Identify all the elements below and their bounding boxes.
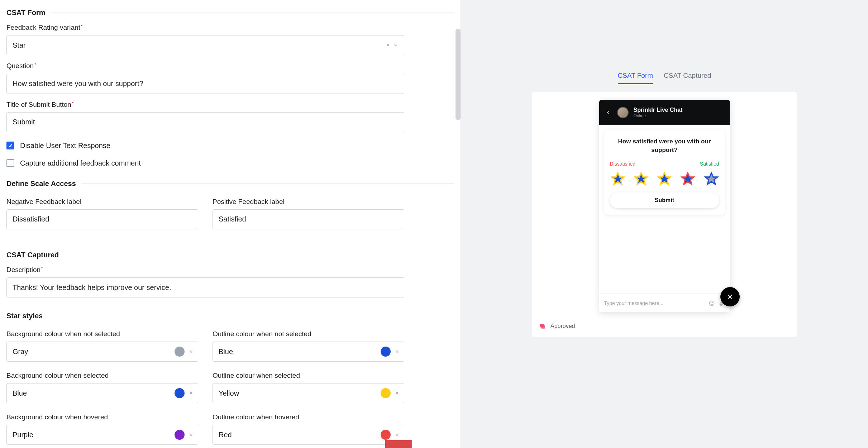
tab-csat-captured[interactable]: CSAT Captured	[664, 72, 711, 84]
color-name: Blue	[13, 389, 27, 397]
input-neg-feedback[interactable]: Dissatisfied	[6, 209, 198, 229]
color-name: Blue	[219, 348, 233, 356]
close-chat-button[interactable]	[720, 287, 740, 306]
label-neg-feedback: Negative Feedback label	[6, 198, 198, 206]
preview-card: Sprinklr Live Chat Online How satisfied …	[532, 92, 797, 337]
section-star-styles: Star styles	[6, 312, 454, 320]
label-bg-hovered: Background colour when hovered	[6, 413, 198, 421]
swatch	[381, 430, 391, 440]
svg-rect-11	[541, 325, 545, 329]
label-submit-title: Title of Submit Button•	[6, 100, 454, 109]
section-title: Star styles	[6, 312, 43, 320]
checkbox-icon[interactable]	[6, 142, 14, 149]
label-pos-feedback: Positive Feedback label	[213, 198, 404, 206]
label-outline-hovered: Outline colour when hovered	[213, 413, 404, 421]
approved-row: Approved	[532, 316, 797, 330]
section-title: CSAT Form	[6, 9, 46, 17]
scrollbar[interactable]	[456, 29, 461, 120]
chat-widget: Sprinklr Live Chat Online How satisfied …	[599, 100, 730, 312]
input-pos-feedback[interactable]: Satisfied	[213, 209, 404, 229]
csat-submit-button[interactable]: Submit	[610, 192, 719, 208]
star-1[interactable]	[611, 172, 625, 186]
clear-icon[interactable]: ×	[189, 431, 193, 439]
color-outline-selected[interactable]: Yellow ×	[213, 383, 404, 403]
clear-icon[interactable]: ×	[189, 348, 193, 356]
chat-header: Sprinklr Live Chat Online	[599, 100, 730, 125]
checkbox-capture-extra[interactable]: Capture additional feedback comment	[6, 159, 454, 167]
star-4[interactable]	[681, 172, 695, 186]
color-name: Gray	[13, 348, 28, 356]
star-5[interactable]	[704, 172, 719, 186]
chevron-down-icon[interactable]	[393, 43, 398, 48]
star-3[interactable]	[657, 172, 672, 186]
chat-input-placeholder: Type your message here...	[604, 300, 705, 306]
checkbox-disable-text[interactable]: Disable User Text Response	[6, 142, 454, 150]
svg-marker-0	[612, 173, 624, 184]
input-value: Satisfied	[219, 215, 246, 223]
clear-icon[interactable]: ×	[395, 390, 399, 397]
label-feedback-variant: Feedback Rating variant•	[6, 23, 454, 32]
csat-pos-label: Satisfied	[700, 161, 719, 167]
color-outline-hovered[interactable]: Red ×	[213, 425, 404, 445]
star-row	[610, 172, 719, 186]
label-outline-selected: Outline colour when selected	[213, 372, 404, 380]
csat-question: How satisfied were you with our support?	[610, 137, 719, 154]
label-description: Description•	[6, 266, 454, 274]
csat-card: How satisfied were you with our support?…	[604, 130, 725, 215]
swatch	[381, 347, 391, 357]
svg-marker-1	[635, 173, 647, 184]
back-icon[interactable]	[605, 109, 612, 116]
divider	[82, 184, 454, 184]
input-value: Thanks! Your feedback helps improve our …	[13, 283, 171, 292]
input-submit-title[interactable]: Submit	[6, 112, 404, 132]
color-name: Red	[219, 431, 232, 439]
select-value: Star	[13, 41, 26, 49]
svg-point-6	[711, 302, 711, 303]
label-question: Question•	[6, 62, 454, 70]
section-csat-form: CSAT Form	[6, 9, 454, 17]
chat-body: How satisfied were you with our support?…	[599, 125, 730, 294]
svg-marker-3	[682, 173, 694, 184]
color-outline-not-selected[interactable]: Blue ×	[213, 342, 404, 362]
label-bg-selected: Background colour when selected	[6, 372, 198, 380]
input-value: Submit	[13, 118, 35, 126]
swatch	[175, 388, 185, 398]
chat-input-bar[interactable]: Type your message here...	[599, 294, 730, 312]
clear-icon[interactable]: ×	[189, 390, 193, 397]
avatar	[617, 107, 629, 118]
clear-icon[interactable]: ×	[395, 431, 399, 439]
label-outline-not-selected: Outline colour when not selected	[213, 330, 404, 338]
section-title: CSAT Captured	[6, 251, 59, 259]
input-question[interactable]: How satisfied were you with our support?	[6, 74, 404, 94]
clear-icon[interactable]: ×	[395, 348, 399, 356]
input-value: How satisfied were you with our support?	[13, 80, 143, 88]
label-bg-not-selected: Background colour when not selected	[6, 330, 198, 338]
color-bg-not-selected[interactable]: Gray ×	[6, 342, 198, 362]
star-2[interactable]	[634, 172, 648, 186]
select-feedback-variant[interactable]: Star ×	[6, 35, 404, 55]
chat-title: Sprinklr Live Chat	[634, 107, 683, 113]
swatch	[175, 347, 185, 357]
emoji-icon[interactable]	[709, 300, 715, 306]
input-value: Dissatisfied	[13, 215, 49, 223]
tab-csat-form[interactable]: CSAT Form	[618, 72, 653, 84]
divider	[48, 316, 454, 316]
footer-indicator	[385, 440, 412, 448]
section-title: Define Scale Access	[6, 180, 76, 188]
input-description[interactable]: Thanks! Your feedback helps improve our …	[6, 277, 404, 297]
checkbox-icon[interactable]	[6, 159, 14, 167]
divider	[51, 13, 454, 13]
color-bg-hovered[interactable]: Purple ×	[6, 425, 198, 445]
checkbox-label: Capture additional feedback comment	[20, 159, 141, 167]
scroll-area[interactable]: CSAT Form Feedback Rating variant• Star …	[6, 9, 454, 448]
approved-label: Approved	[550, 323, 575, 329]
svg-marker-2	[658, 173, 670, 184]
swatch	[381, 388, 391, 398]
clear-icon[interactable]: ×	[386, 42, 390, 48]
checkbox-label: Disable User Text Response	[20, 142, 110, 150]
color-name: Yellow	[219, 389, 239, 397]
color-bg-selected[interactable]: Blue ×	[6, 383, 198, 403]
svg-marker-4	[705, 173, 717, 184]
config-form-pane: CSAT Form Feedback Rating variant• Star …	[0, 0, 461, 448]
section-csat-captured: CSAT Captured	[6, 251, 454, 259]
